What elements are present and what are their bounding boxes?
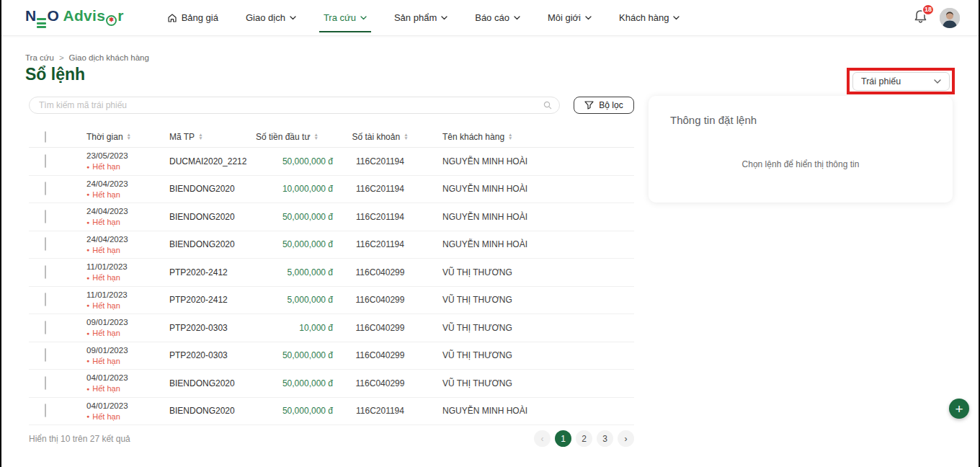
table-row[interactable]: 04/01/2023 Hết hạn BIENDONG2020 50,000,0…: [29, 370, 634, 398]
nav-item-label: Môi giới: [548, 12, 581, 23]
table-row[interactable]: 24/04/2023 Hết hạn BIENDONG2020 50,000,0…: [29, 231, 634, 259]
column-header-time[interactable]: Thời gian ▲▼: [86, 132, 169, 142]
topbar-right: 18: [913, 8, 960, 28]
pagination: Hiển thị 10 trên 27 kết quả ‹123›: [29, 430, 634, 447]
row-checkbox[interactable]: [45, 376, 46, 390]
breadcrumb-item-tra-cuu[interactable]: Tra cứu: [25, 53, 54, 62]
page-title: Sổ lệnh: [25, 65, 85, 84]
sort-icon: ▲▼: [127, 133, 131, 140]
chevron-down-icon: [934, 79, 941, 84]
table-row[interactable]: 09/01/2023 Hết hạn PTP2020-0303 10,000 đ…: [29, 314, 634, 342]
investment-amount: 10,000 đ: [256, 323, 346, 333]
investment-amount: 50,000,000 đ: [256, 350, 346, 360]
order-status-expired: Hết hạn: [86, 301, 169, 311]
pagination-page-2[interactable]: 2: [576, 430, 592, 447]
search-input[interactable]: [29, 97, 560, 114]
chevron-down-icon: [514, 16, 520, 20]
results-summary: Hiển thị 10 trên 27 kết quả: [29, 434, 130, 444]
search-box: [29, 97, 560, 114]
table-row[interactable]: 24/04/2023 Hết hạn BIENDONG2020 50,000,0…: [29, 203, 634, 231]
row-checkbox[interactable]: [45, 293, 46, 306]
row-checkbox[interactable]: [45, 321, 46, 334]
investment-amount: 50,000,000 đ: [256, 239, 346, 249]
bond-code: BIENDONG2020: [169, 378, 256, 388]
nav-item-bang-gia[interactable]: Bảng giá: [167, 0, 218, 35]
product-type-dropdown[interactable]: Trái phiếu: [852, 72, 950, 91]
customer-name: VŨ THỊ THƯƠNG: [414, 323, 634, 333]
table-row[interactable]: 09/01/2023 Hết hạn PTP2020-0303 50,000,0…: [29, 342, 634, 370]
row-checkbox[interactable]: [45, 182, 46, 195]
pagination-prev-button[interactable]: ‹: [534, 430, 551, 447]
row-checkbox[interactable]: [45, 348, 46, 362]
customer-name: VŨ THỊ THƯƠNG: [414, 295, 634, 305]
table-body: 23/05/2023 Hết hạn DUCMAI2020_2212 50,00…: [29, 148, 634, 425]
nav-item-moi-gioi[interactable]: Môi giới: [548, 0, 592, 35]
nav-item-label: Bảng giá: [182, 12, 218, 23]
nav-item-khach-hang[interactable]: Khách hàng: [619, 0, 680, 35]
plus-icon: +: [955, 402, 963, 416]
account-number: 116C201194: [346, 406, 414, 416]
select-all-checkbox[interactable]: [45, 131, 46, 143]
row-checkbox[interactable]: [45, 210, 46, 223]
column-header-code[interactable]: Mã TP ▲▼: [169, 132, 256, 142]
order-status-expired: Hết hạn: [86, 328, 169, 338]
account-number: 116C201194: [346, 239, 414, 249]
table-row[interactable]: 24/04/2023 Hết hạn BIENDONG2020 10,000,0…: [29, 176, 634, 204]
column-header-amount[interactable]: Số tiền đầu tư ▲▼: [256, 132, 346, 142]
avatar-photo-icon: [940, 8, 960, 28]
search-icon: [543, 101, 552, 110]
account-number: 116C040299: [346, 378, 414, 388]
bond-code: DUCMAI2020_2212: [169, 156, 256, 166]
chevron-down-icon: [585, 16, 592, 20]
product-type-value: Trái phiếu: [861, 76, 901, 86]
app-logo[interactable]: NO Advis✱r: [25, 7, 124, 28]
nav-item-tra-cuu[interactable]: Tra cứu: [324, 0, 367, 35]
row-checkbox[interactable]: [45, 154, 46, 168]
nav-item-label: Khách hàng: [619, 12, 669, 23]
nav-item-san-pham[interactable]: Sản phẩm: [394, 0, 447, 35]
nav-item-label: Tra cứu: [324, 12, 356, 23]
nav-item-giao-dich[interactable]: Giao dịch: [246, 0, 296, 35]
customer-name: NGUYỄN MINH HOÀI: [414, 239, 634, 249]
nav-item-label: Báo cáo: [475, 12, 509, 23]
order-info-title: Thông tin đặt lệnh: [649, 96, 953, 126]
topbar: NO Advis✱r Bảng giá Giao dịch Tra cứu Sả…: [1, 0, 979, 36]
chevron-down-icon: [673, 16, 680, 20]
table-row[interactable]: 11/01/2023 Hết hạn PTP2020-2412 5,000,00…: [29, 259, 634, 287]
column-header-customer[interactable]: Tên khách hàng ▲▼: [414, 132, 634, 142]
account-number: 116C040299: [346, 295, 414, 305]
pagination-page-1[interactable]: 1: [555, 430, 571, 447]
sort-icon: ▲▼: [313, 133, 318, 140]
filter-button[interactable]: Bộ lọc: [574, 97, 634, 114]
order-status-expired: Hết hạn: [86, 272, 169, 283]
table-row[interactable]: 04/01/2023 Hết hạn BIENDONG2020 50,000,0…: [29, 398, 634, 426]
notification-bell-button[interactable]: 18: [913, 9, 928, 27]
row-checkbox[interactable]: [45, 265, 46, 279]
nav-item-bao-cao[interactable]: Báo cáo: [475, 0, 520, 35]
order-date: 24/04/2023: [86, 179, 169, 190]
customer-name: NGUYỄN MINH HOÀI: [414, 212, 634, 222]
page-buttons: ‹123›: [534, 430, 634, 447]
bond-code: BIENDONG2020: [169, 184, 256, 194]
order-date: 24/04/2023: [86, 234, 169, 245]
investment-amount: 50,000,000 đ: [256, 156, 346, 166]
filter-button-label: Bộ lọc: [599, 100, 623, 110]
chevron-down-icon: [360, 16, 367, 20]
column-header-account[interactable]: Số tài khoản ▲▼: [346, 132, 414, 142]
order-status-expired: Hết hạn: [86, 383, 169, 393]
chevron-down-icon: [290, 16, 296, 20]
investment-amount: 50,000,000 đ: [256, 406, 346, 416]
breadcrumb-item-giao-dich-khach-hang[interactable]: Giao dịch khách hàng: [69, 53, 149, 62]
row-checkbox[interactable]: [45, 404, 46, 417]
pagination-page-3[interactable]: 3: [597, 430, 613, 447]
pagination-next-button[interactable]: ›: [618, 430, 634, 447]
add-order-fab-button[interactable]: +: [949, 399, 969, 419]
bond-code: PTP2020-0303: [169, 350, 256, 360]
table-row[interactable]: 23/05/2023 Hết hạn DUCMAI2020_2212 50,00…: [29, 148, 634, 176]
row-checkbox[interactable]: [45, 237, 46, 251]
nav-item-label: Sản phẩm: [394, 12, 437, 23]
table-row[interactable]: 11/01/2023 Hết hạn PTP2020-2412 5,000,00…: [29, 287, 634, 315]
user-avatar[interactable]: [940, 8, 960, 28]
bond-code: PTP2020-0303: [169, 323, 256, 333]
order-date: 24/04/2023: [86, 206, 169, 217]
